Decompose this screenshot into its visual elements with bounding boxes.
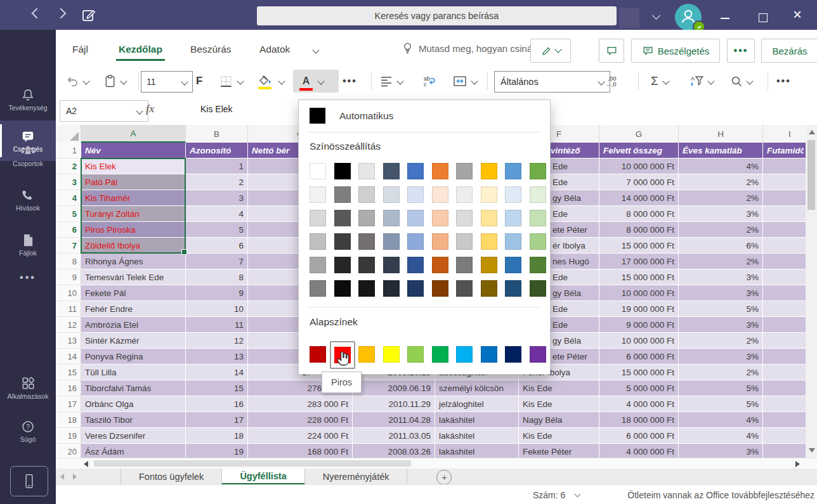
cell[interactable]: 17 — [186, 412, 248, 428]
select-all-corner[interactable] — [56, 125, 81, 143]
cell[interactable]: Tasziló Tibor — [81, 412, 186, 428]
theme-color-swatch[interactable] — [383, 280, 400, 297]
row-number[interactable]: 15 — [56, 365, 81, 380]
cell[interactable]: 228 000 Ft — [248, 412, 353, 428]
row-number[interactable]: 20 — [56, 444, 81, 458]
cell[interactable]: 14 000 000 Ft — [599, 190, 679, 206]
cell[interactable]: 4% — [679, 412, 763, 428]
cell[interactable]: 3% — [679, 317, 763, 333]
cell[interactable]: 4% — [679, 158, 763, 174]
theme-color-swatch[interactable] — [358, 233, 375, 250]
theme-color-swatch[interactable] — [310, 186, 326, 203]
cell[interactable]: 4 — [186, 206, 248, 222]
cell[interactable]: Tiborcfalvi Tamás — [81, 380, 186, 396]
cell[interactable]: 3 — [186, 190, 248, 206]
cell[interactable]: 2 — [186, 174, 248, 190]
cell[interactable]: 15 — [186, 380, 248, 396]
cell[interactable]: Ambrózia Etel — [81, 317, 186, 333]
tab-data[interactable]: Adatok — [259, 44, 290, 55]
theme-color-swatch[interactable] — [505, 257, 521, 273]
column-header-b[interactable]: B — [186, 125, 248, 143]
theme-color-swatch[interactable] — [432, 210, 448, 226]
row-number[interactable]: 4 — [56, 190, 81, 206]
cell[interactable]: 18 000 000 Ft — [599, 412, 679, 428]
theme-color-swatch[interactable] — [310, 257, 326, 273]
horizontal-scrollbar[interactable] — [56, 458, 817, 468]
cell[interactable]: 3% — [679, 285, 763, 301]
cell[interactable]: 6 — [186, 238, 248, 254]
conversation-button[interactable]: Beszélgetés — [631, 39, 720, 63]
cell[interactable]: 10 000 000 Ft — [599, 158, 679, 174]
row-number[interactable]: 13 — [56, 333, 81, 349]
theme-color-swatch[interactable] — [530, 257, 546, 273]
sheet-next-icon[interactable] — [69, 468, 81, 485]
theme-color-swatch[interactable] — [407, 210, 424, 226]
theme-color-swatch[interactable] — [481, 186, 497, 203]
cell[interactable]: 2011.03.05 — [353, 428, 435, 444]
find-button[interactable] — [730, 66, 752, 96]
theme-color-swatch[interactable] — [334, 163, 351, 179]
maximize-button[interactable] — [759, 13, 768, 22]
wrap-text-button[interactable]: abc — [422, 66, 436, 96]
sidebar-item-apps[interactable]: Alkalmazások — [0, 368, 56, 408]
fill-color-button[interactable] — [258, 66, 284, 96]
theme-color-swatch[interactable] — [407, 257, 424, 273]
theme-color-swatch[interactable] — [505, 210, 521, 226]
theme-color-swatch[interactable] — [456, 163, 473, 179]
header-nev[interactable]: Név — [81, 143, 186, 158]
cell[interactable]: 5 000 000 Ft — [599, 380, 679, 396]
cell[interactable]: 4 000 000 Ft — [599, 396, 679, 412]
font-size-select[interactable]: 11 — [141, 71, 193, 93]
cell[interactable]: 1 — [186, 158, 248, 174]
cell[interactable]: 8 000 000 Ft — [599, 206, 679, 222]
cell[interactable]: Rihonya Ágnes — [81, 254, 186, 269]
row-number[interactable]: 10 — [56, 285, 81, 301]
cell[interactable]: 7 000 000 Ft — [599, 174, 679, 190]
vertical-scrollbar[interactable] — [806, 125, 817, 458]
cell[interactable]: jelzáloghitel — [435, 396, 519, 412]
tab-insert[interactable]: Beszúrás — [190, 44, 232, 55]
row-number[interactable]: 9 — [56, 269, 81, 285]
sidebar-item-calls[interactable]: Hívások — [0, 179, 56, 220]
standard-color-swatch[interactable] — [481, 346, 497, 363]
fx-icon[interactable]: fx — [146, 103, 154, 115]
theme-color-swatch[interactable] — [334, 210, 351, 226]
theme-color-swatch[interactable] — [407, 280, 424, 297]
sort-filter-button[interactable]: A — [690, 66, 714, 96]
row-number[interactable]: 7 — [56, 238, 81, 254]
standard-color-swatch[interactable] — [456, 346, 473, 363]
cell[interactable]: lakáshitel — [435, 412, 519, 428]
fill-handle[interactable] — [181, 249, 187, 255]
new-chat-icon[interactable] — [81, 8, 96, 23]
comment-button[interactable] — [599, 39, 624, 63]
scroll-up-icon[interactable] — [809, 130, 815, 134]
cell[interactable]: 10 — [186, 301, 248, 317]
cell[interactable]: 2% — [679, 222, 763, 238]
column-header-h[interactable]: H — [679, 125, 763, 143]
autosum-button[interactable]: Σ — [651, 66, 669, 96]
merge-cells-button[interactable] — [453, 66, 477, 96]
cell[interactable]: 15 000 000 Ft — [599, 269, 679, 285]
header-felvett-osszeg[interactable]: Felvett összeg — [599, 143, 679, 158]
cell[interactable]: lakáshitel — [435, 444, 519, 458]
theme-color-swatch[interactable] — [407, 163, 424, 179]
theme-color-swatch[interactable] — [530, 233, 546, 250]
cell[interactable]: 5 — [186, 222, 248, 238]
tab-file[interactable]: Fájl — [72, 44, 88, 55]
cell[interactable]: 8 000 000 Ft — [599, 222, 679, 238]
row-number[interactable]: 2 — [56, 158, 81, 174]
theme-color-swatch[interactable] — [432, 280, 448, 297]
cell[interactable]: Sintér Kázmér — [81, 333, 186, 349]
standard-color-swatch[interactable] — [505, 346, 521, 363]
sidebar-more-button[interactable]: ••• — [0, 265, 56, 290]
cell[interactable]: Kis Ede — [519, 428, 599, 444]
cell[interactable]: Veres Dzsenifer — [81, 428, 186, 444]
theme-color-swatch[interactable] — [358, 210, 375, 226]
office-app-icon[interactable] — [619, 8, 639, 28]
standard-color-swatch[interactable] — [432, 346, 448, 363]
theme-color-swatch[interactable] — [456, 186, 473, 203]
cell[interactable]: személyi kölcsön — [435, 380, 519, 396]
theme-color-swatch[interactable] — [358, 257, 375, 273]
toolbar-overflow-button[interactable]: ••• — [776, 66, 791, 96]
sheet-tab-nyeremenyjatek[interactable]: Nyereményjáték — [304, 468, 408, 485]
